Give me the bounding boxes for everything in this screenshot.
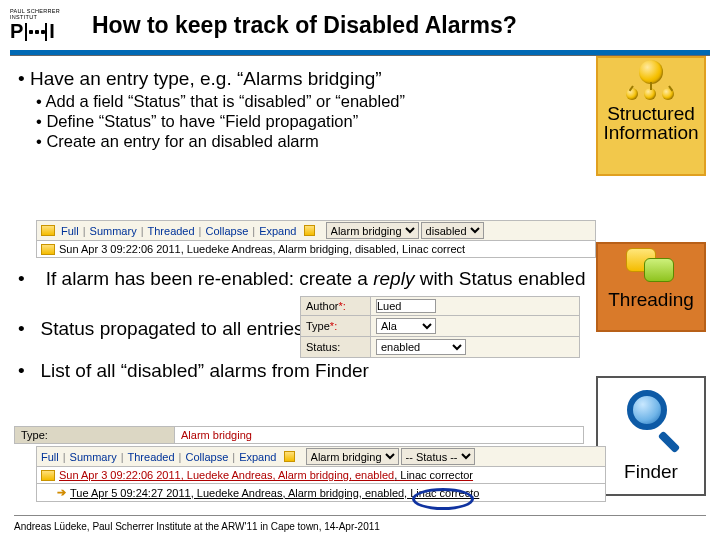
strip1-link-full[interactable]: Full [61,225,79,237]
callout-3-label: Finder [624,461,678,482]
strip3-entry-2[interactable]: ➔ Tue Apr 5 09:24:27 2011, Luedeke Andre… [36,484,606,502]
screenshot-strip-1: Full| Summary| Threaded| Collapse| Expan… [36,220,596,258]
entry-icon [41,244,55,255]
slide-title: How to keep track of Disabled Alarms? [92,13,517,38]
callout-finder: Finder [596,376,706,496]
strip3-entry1-text: Sun Apr 3 09:22:06 2011, Luedeke Andreas… [59,469,473,481]
psi-logo: PAUL SCHERRER INSTITUT PI [10,8,78,44]
callout-1-label: Structured Information [603,103,698,143]
strip1-entry-text: Sun Apr 3 09:22:06 2011, Luedeke Andreas… [59,243,465,255]
strip3-link-expand[interactable]: Expand [239,451,276,463]
type-select[interactable]: Ala [376,318,436,334]
strip1-link-collapse[interactable]: Collapse [205,225,248,237]
strip3-entry-1[interactable]: Sun Apr 3 09:22:06 2011, Luedeke Andreas… [36,467,606,484]
reply-arrow-icon: ➔ [57,486,66,499]
flag-icon [284,451,295,462]
logo-small-text: PAUL SCHERRER INSTITUT [10,8,78,20]
author-input[interactable] [376,299,436,313]
strip1-link-expand[interactable]: Expand [259,225,296,237]
flag-icon [304,225,315,236]
callout-2-label: Threading [608,289,694,310]
psi-wave-icon [25,23,47,41]
strip3-status-select[interactable]: -- Status -- [401,448,475,465]
form-row-type: Type*: Ala [301,316,580,337]
strip3-link-collapse[interactable]: Collapse [185,451,228,463]
callout-structured-info: Structured Information [596,56,706,176]
structure-icon [626,60,676,102]
strip3-toolbar: Full| Summary| Threaded| Collapse| Expan… [36,446,606,467]
bullet-2: If alarm has been re-enabled: create a r… [18,268,588,290]
strip3-type-select[interactable]: Alarm bridging [306,448,399,465]
strip1-status-select[interactable]: disabled [421,222,484,239]
strip1-toolbar: Full| Summary| Threaded| Collapse| Expan… [36,220,596,241]
slide-footer: Andreas Lüdeke, Paul Scherrer Institute … [14,521,380,532]
slide-header: PAUL SCHERRER INSTITUT PI How to keep tr… [0,0,720,44]
highlight-oval [412,488,474,510]
strip1-type-select[interactable]: Alarm bridging [326,222,419,239]
status-select[interactable]: enabled [376,339,466,355]
type-filter-row: Type: Alarm bridging [14,426,584,444]
callout-threading: Threading [596,242,706,332]
flag-icon [41,225,55,236]
form-row-author: Author*: [301,297,580,316]
footer-divider [14,515,706,516]
reply-form-table: Author*: Type*: Ala Status: enabled [300,296,580,358]
entry-icon [41,470,55,481]
screenshot-strip-3: Full| Summary| Threaded| Collapse| Expan… [36,446,606,502]
type-label: Type: [15,427,175,443]
magnifier-icon [621,386,681,456]
strip1-entry-row[interactable]: Sun Apr 3 09:22:06 2011, Luedeke Andreas… [36,241,596,258]
strip1-link-threaded[interactable]: Threaded [148,225,195,237]
strip1-link-summary[interactable]: Summary [90,225,137,237]
threading-icon [626,248,676,286]
bullet-4: List of all “disabled” alarms from Finde… [18,360,588,382]
type-value: Alarm bridging [175,427,258,443]
strip3-link-summary[interactable]: Summary [70,451,117,463]
form-row-status: Status: enabled [301,337,580,358]
strip3-link-threaded[interactable]: Threaded [128,451,175,463]
strip3-link-full[interactable]: Full [41,451,59,463]
